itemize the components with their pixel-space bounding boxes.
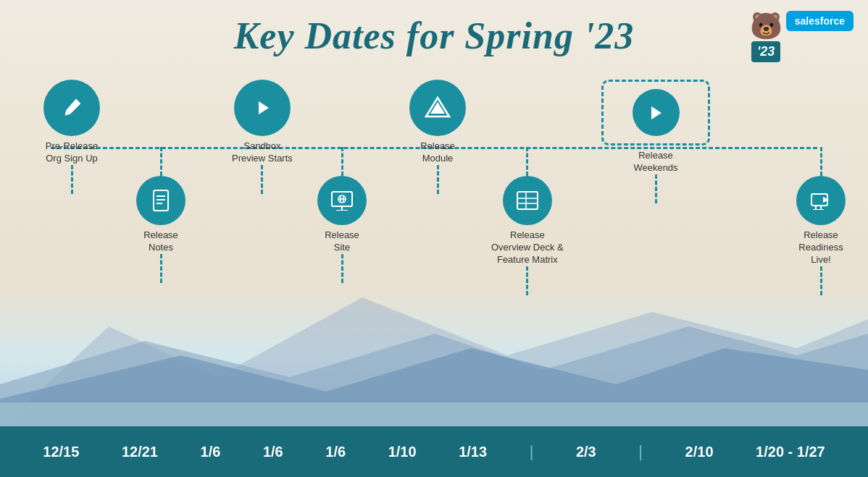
- date-113: 1/13: [459, 444, 487, 460]
- milestone-release-module: ReleaseModule: [409, 80, 466, 194]
- pre-release-label: Pre-ReleaseOrg Sign Up: [46, 140, 98, 165]
- release-weekends-icon: [633, 89, 680, 136]
- date-16-site: 1/6: [263, 444, 283, 460]
- milestone-release-overview: ReleaseOverview Deck &Feature Matrix: [491, 147, 564, 295]
- date-sep-1: |: [530, 442, 534, 461]
- date-16-sandbox: 1/6: [201, 444, 221, 460]
- sandbox-connector: [261, 165, 263, 194]
- readiness-connector-up: [820, 147, 822, 176]
- date-1221: 12/21: [122, 444, 158, 460]
- notes-connector-down: [160, 254, 162, 283]
- site-connector-down: [341, 254, 343, 283]
- readiness-connector-down: [820, 266, 822, 295]
- overview-connector-down: [526, 266, 528, 295]
- page-title: Key Dates for Spring '23: [0, 14, 868, 57]
- milestone-release-site: ReleaseSite: [317, 147, 367, 283]
- release-overview-icon: [503, 176, 552, 225]
- svg-marker-6: [430, 102, 445, 114]
- release-overview-label: ReleaseOverview Deck &Feature Matrix: [491, 229, 564, 266]
- timeline-area: Pre-ReleaseOrg Sign Up SandboxPreview St…: [22, 80, 846, 405]
- overview-connector-up: [526, 147, 528, 176]
- logo-area: 🐻 '23 salesforce: [750, 11, 854, 62]
- date-110: 1/10: [388, 444, 417, 460]
- release-notes-label: ReleaseNotes: [143, 229, 178, 254]
- date-bar: 12/15 12/21 1/6 1/6 1/6 1/10 1/13 | 2/3 …: [0, 426, 868, 477]
- milestone-release-readiness: Release ReadinessLive!: [796, 147, 846, 295]
- release-weekends-label: ReleaseWeekends: [633, 150, 677, 174]
- title-area: Key Dates for Spring '23: [0, 14, 868, 57]
- milestone-sandbox-preview: SandboxPreview Starts: [232, 80, 293, 194]
- svg-rect-3: [0, 402, 868, 428]
- release-module-icon: [409, 80, 466, 136]
- release-site-label: ReleaseSite: [325, 229, 359, 254]
- svg-marker-4: [259, 101, 269, 114]
- date-1215: 12/15: [43, 444, 79, 460]
- pre-release-icon: [43, 80, 100, 136]
- notes-connector-up: [160, 147, 162, 176]
- salesforce-logo: salesforce: [786, 11, 854, 31]
- bear-mascot-icon: 🐻: [750, 11, 783, 41]
- svg-rect-17: [517, 192, 538, 209]
- milestone-pre-release: Pre-ReleaseOrg Sign Up: [43, 80, 100, 194]
- release-readiness-icon: [796, 176, 846, 225]
- release-notes-icon: [136, 176, 185, 225]
- site-connector-up: [341, 147, 343, 176]
- release-readiness-label: Release ReadinessLive!: [796, 229, 846, 266]
- sandbox-preview-label: SandboxPreview Starts: [232, 140, 293, 165]
- weekends-connector: [655, 174, 657, 203]
- date-210: 2/10: [685, 444, 714, 460]
- pre-release-connector: [71, 165, 73, 194]
- milestone-release-weekends: ReleaseWeekends: [601, 80, 710, 203]
- release-site-icon: [317, 176, 367, 225]
- date-16-module: 1/6: [325, 444, 346, 460]
- release-module-label: ReleaseModule: [420, 140, 455, 165]
- date-sep-2: |: [638, 442, 643, 461]
- sandbox-preview-icon: [234, 80, 291, 136]
- date-23: 2/3: [576, 444, 596, 460]
- year-badge: '23: [751, 41, 780, 62]
- date-120-127: 1/20 - 1/27: [756, 444, 825, 460]
- module-connector: [437, 165, 439, 194]
- milestone-release-notes: ReleaseNotes: [136, 147, 185, 283]
- svg-marker-7: [651, 106, 662, 119]
